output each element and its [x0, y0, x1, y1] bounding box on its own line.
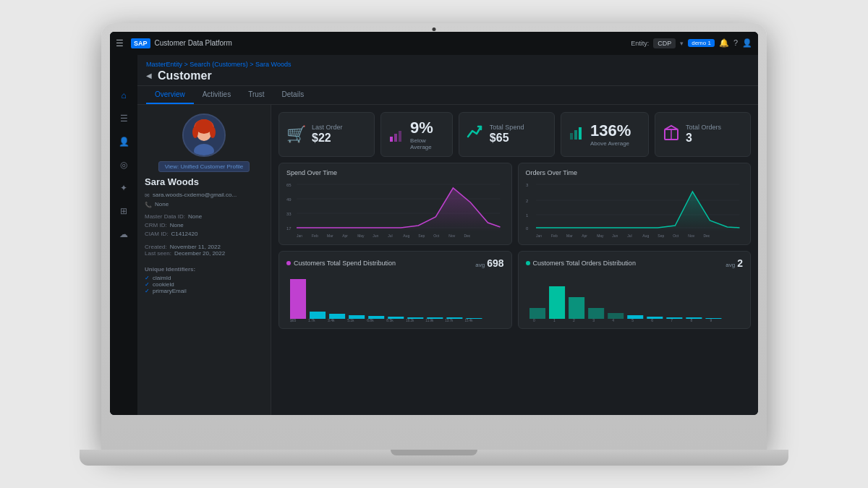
entity-value[interactable]: CDP	[653, 38, 676, 48]
sidebar-icon-search[interactable]: ◎	[114, 155, 134, 175]
orders-distribution-card: Customers Total Orders Distribution avg …	[518, 251, 752, 329]
total-spend-label: Total Spend	[490, 124, 547, 131]
ciam-id-value: C1412420	[171, 231, 197, 237]
cart-icon: 🛒	[286, 125, 306, 144]
svg-text:4: 4	[612, 318, 614, 322]
svg-rect-83	[686, 317, 702, 319]
svg-text:Apr: Apr	[582, 234, 587, 238]
page-header: MasterEntity > Search (Customers) > Sara…	[137, 55, 758, 86]
svg-text:Sep: Sep	[658, 234, 664, 238]
total-orders-label: Total Orders	[686, 124, 743, 131]
spend-dist-avg-value: 698	[487, 257, 503, 269]
svg-text:13.7k: 13.7k	[445, 319, 454, 322]
chevron-down-icon: ▾	[680, 40, 684, 47]
spend-over-time-chart: 65 49 33 17	[286, 181, 504, 239]
last-seen-value: December 20, 2022	[174, 250, 225, 257]
svg-rect-7	[390, 137, 393, 142]
sidebar-icon-grid[interactable]: ⊞	[114, 201, 134, 221]
svg-text:0: 0	[533, 318, 535, 322]
svg-text:5.1k: 5.1k	[347, 318, 354, 322]
kpi-total-spend: Total Spend $65	[459, 112, 555, 157]
tab-trust[interactable]: Trust	[239, 86, 273, 104]
svg-rect-80	[627, 315, 643, 319]
svg-text:8.5k: 8.5k	[386, 318, 393, 322]
svg-text:3: 3	[592, 318, 595, 322]
svg-text:7: 7	[671, 318, 673, 322]
total-orders-value: 3	[686, 131, 743, 145]
customer-name: Sara Woods	[145, 176, 263, 187]
svg-point-6	[210, 127, 216, 138]
sidebar-icon-cloud[interactable]: ☁	[114, 224, 134, 244]
phone-icon: 📞	[145, 202, 152, 208]
list-item: ✓ primaryEmail	[145, 288, 263, 294]
sidebar-icon-user[interactable]: 👤	[114, 132, 134, 152]
crm-id-value: None	[170, 222, 184, 228]
last-seen-label: Last seen:	[145, 250, 171, 257]
svg-text:17: 17	[286, 226, 292, 231]
svg-text:2: 2	[573, 318, 575, 322]
svg-text:0: 0	[526, 226, 529, 231]
customer-email: sara.woods-cxdemo@gmail.co...	[153, 192, 237, 198]
avatar	[182, 114, 226, 157]
page-title: Customer	[158, 69, 212, 82]
svg-text:Apr: Apr	[342, 234, 348, 238]
svg-rect-81	[647, 317, 663, 319]
svg-text:2: 2	[526, 199, 529, 203]
below-average-meta: Below Average	[410, 137, 445, 150]
hamburger-icon[interactable]: ☰	[116, 38, 124, 48]
svg-rect-10	[570, 133, 573, 140]
svg-text:15.4k: 15.4k	[464, 319, 473, 322]
identifier-cookieid: cookieId	[153, 281, 174, 288]
svg-text:6.8k: 6.8k	[367, 318, 374, 322]
sidebar-icon-menu[interactable]: ☰	[114, 108, 134, 129]
svg-point-5	[192, 127, 198, 138]
svg-text:Jan: Jan	[536, 234, 542, 238]
tab-bar: Overview Activities Trust Details	[137, 86, 758, 105]
orders-icon	[663, 124, 680, 145]
user-icon[interactable]: 👤	[742, 38, 752, 48]
identifier-claimid: claimId	[153, 275, 171, 281]
tab-overview[interactable]: Overview	[146, 86, 194, 104]
sidebar-icon-star[interactable]: ✦	[114, 178, 134, 198]
orders-dist-avg-value: 2	[737, 257, 743, 269]
master-data-id-label: Master Data ID:	[145, 213, 185, 220]
help-icon[interactable]: ?	[733, 38, 738, 48]
svg-text:6: 6	[651, 318, 653, 322]
spend-dist-title: Customers Total Spend Distribution	[294, 260, 396, 267]
back-button[interactable]: ◀	[146, 72, 152, 80]
email-icon: ✉	[145, 192, 150, 199]
svg-rect-84	[705, 318, 721, 319]
svg-text:Oct: Oct	[433, 234, 439, 238]
svg-text:Aug: Aug	[642, 234, 649, 238]
view-unified-profile-button[interactable]: View: Unified Customer Profile	[158, 161, 250, 172]
last-order-label: Last Order	[312, 124, 367, 131]
svg-text:Dec: Dec	[464, 234, 470, 238]
svg-rect-82	[666, 317, 682, 319]
notifications-icon[interactable]: 🔔	[719, 38, 729, 48]
spend-dist-avg-label: avg	[475, 262, 485, 268]
created-label: Created:	[145, 244, 167, 250]
orders-over-time-title: Orders Over Time	[526, 169, 744, 176]
above-average-pct: 136%	[590, 121, 641, 140]
svg-text:Mar: Mar	[566, 234, 573, 238]
spend-dist-chart: $65 1.7k 3.4k 5.1k 6.8k 8.5k 10.2k	[286, 272, 504, 322]
svg-text:$65: $65	[290, 318, 297, 322]
svg-text:1.7k: 1.7k	[308, 318, 315, 322]
svg-rect-76	[549, 286, 565, 319]
orders-dist-title: Customers Total Orders Distribution	[533, 260, 636, 267]
svg-text:Feb: Feb	[312, 234, 318, 238]
svg-text:May: May	[597, 234, 604, 238]
svg-text:65: 65	[286, 183, 292, 187]
svg-text:Nov: Nov	[448, 234, 455, 238]
spend-dist-dot	[286, 261, 291, 265]
below-average-pct: 9%	[410, 119, 445, 137]
sidebar-icon-home[interactable]: ⌂	[114, 85, 134, 106]
tab-details[interactable]: Details	[273, 86, 313, 104]
tab-activities[interactable]: Activities	[194, 86, 239, 104]
svg-rect-55	[290, 279, 306, 319]
orders-dist-dot	[526, 261, 530, 265]
sap-logo: SAP	[131, 38, 150, 48]
checkmark-icon: ✓	[145, 288, 150, 294]
bar-chart-up-icon	[569, 124, 584, 140]
spend-icon	[467, 124, 484, 145]
